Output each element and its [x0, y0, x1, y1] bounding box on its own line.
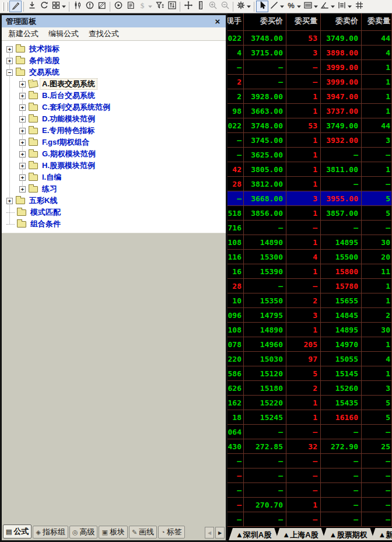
table-row[interactable]: 23928.0013947.001 — [228, 89, 392, 104]
expander-icon[interactable]: + — [6, 198, 13, 204]
tab-scroll-right-button[interactable]: ▶ — [215, 527, 225, 538]
table-header-cell[interactable]: 委卖价 — [321, 13, 362, 30]
expander-icon[interactable]: + — [19, 186, 26, 193]
table-row[interactable]: 430272.8532272.9025 — [228, 439, 392, 454]
zoom-in-button[interactable] — [206, 1, 219, 12]
toolbar-grip[interactable] — [2, 2, 4, 11]
report-button[interactable] — [124, 1, 136, 12]
dollar-button[interactable]: $ — [136, 1, 153, 12]
table-row[interactable]: 5183856.0013857.005 — [228, 206, 392, 221]
table-row[interactable]: —3745.0013932.003 — [228, 133, 392, 148]
panel-tab[interactable]: ◔标签 — [158, 526, 185, 538]
refresh-button[interactable] — [38, 1, 50, 12]
panel-tab[interactable]: ◈指标组 — [33, 526, 68, 538]
ruler-button[interactable] — [194, 1, 206, 12]
table-row[interactable]: 43715.0033898.004 — [228, 46, 392, 60]
table-row[interactable]: ————— — [228, 454, 392, 468]
caret-down-icon[interactable] — [297, 5, 301, 8]
caret-down-icon[interactable] — [280, 5, 284, 8]
sort-button[interactable] — [166, 1, 178, 12]
table-row[interactable]: ————— — [228, 468, 392, 483]
market-tab[interactable]: ▲股票期权 — [323, 528, 374, 540]
grid-button[interactable] — [353, 1, 365, 12]
layout-grid-button[interactable] — [50, 1, 67, 12]
table-header-cell[interactable]: 委买价 — [244, 13, 286, 30]
table-row[interactable]: 07814960205149701 — [228, 337, 392, 352]
cursor-button[interactable] — [256, 1, 268, 12]
expander-icon[interactable]: + — [19, 163, 26, 169]
market-tab[interactable]: ▲新加坡市场 — [371, 528, 392, 540]
menu-item[interactable]: 查找公式 — [89, 29, 119, 39]
table-row[interactable]: 586151205151451 — [228, 366, 392, 381]
tab-scroll-left-button[interactable]: ◀ — [205, 527, 214, 538]
zoom-out-button[interactable] — [219, 1, 231, 12]
expander-icon[interactable]: + — [19, 93, 26, 99]
tree-item[interactable]: +练习 — [2, 183, 226, 195]
tree-item[interactable]: +条件选股 — [2, 55, 226, 67]
table-row[interactable]: 18152451161605 — [228, 410, 392, 425]
table-row[interactable]: 0223748.00533749.0044 — [228, 118, 392, 133]
panel-tab[interactable]: ▣板块 — [99, 526, 127, 538]
table-row[interactable]: 423805.0013811.001 — [228, 162, 392, 177]
caret-down-icon[interactable] — [148, 5, 152, 8]
edit-button[interactable] — [96, 1, 108, 12]
expander-icon[interactable]: + — [19, 81, 26, 88]
expander-icon[interactable]: + — [6, 46, 13, 53]
table-row[interactable]: 0223748.00533749.0044 — [228, 31, 392, 46]
expander-icon[interactable]: + — [19, 174, 26, 181]
table-row[interactable]: 10153502156551 — [228, 293, 392, 308]
filter-button[interactable] — [153, 1, 166, 12]
panel-title-bar[interactable]: 管理面板 × — [2, 15, 226, 27]
tree-item[interactable]: +G.期权模块范例 — [2, 148, 226, 160]
tree-item[interactable]: −交易系统 — [2, 67, 226, 78]
percent-button[interactable]: % — [285, 1, 302, 12]
tree-item[interactable]: +H.股票模块范例 — [2, 160, 226, 172]
panel-tab[interactable]: ◎高级 — [69, 526, 98, 538]
table-row[interactable]: 096147953148452 — [228, 308, 392, 323]
caret-down-icon[interactable] — [247, 5, 251, 8]
table-row[interactable]: 1161530041550020 — [228, 250, 392, 264]
expander-icon[interactable]: − — [6, 69, 13, 76]
table-row[interactable]: 626151802152603 — [228, 381, 392, 396]
gear-button[interactable] — [235, 1, 252, 12]
line-tool-button[interactable] — [268, 1, 285, 12]
table-row[interactable]: ———3999.001 — [228, 60, 392, 75]
angle-button[interactable] — [319, 1, 336, 12]
table-row[interactable]: 983663.0013737.001 — [228, 104, 392, 118]
table-row[interactable]: 1081489011489530 — [228, 323, 392, 337]
panel-close-button[interactable]: × — [213, 17, 222, 26]
tree-item[interactable]: +C.套利交易系统范例 — [2, 102, 226, 113]
table-row[interactable]: 2——3999.001 — [228, 75, 392, 89]
table-header-cell[interactable]: 委买量 — [286, 13, 321, 30]
table-row[interactable]: ————— — [228, 512, 392, 527]
table-row[interactable]: 064———— — [228, 425, 392, 439]
barcode-button[interactable] — [302, 1, 319, 12]
table-row[interactable]: —3625.001—— — [228, 148, 392, 162]
panel-tab[interactable]: ✎画线 — [129, 526, 157, 538]
tree-item[interactable]: +五彩K线 — [2, 195, 226, 207]
tree-item[interactable]: 组合条件 — [2, 218, 226, 230]
candlestick-button[interactable] — [71, 1, 83, 12]
market-tab[interactable]: ▲深圳A股 — [229, 528, 278, 540]
table-row[interactable]: —3668.0033955.005 — [228, 191, 392, 206]
expander-icon[interactable]: + — [6, 58, 13, 64]
caret-down-icon[interactable] — [348, 5, 352, 8]
expander-icon[interactable]: + — [19, 151, 26, 158]
table-row[interactable]: 28——157801 — [228, 279, 392, 293]
caret-down-icon[interactable] — [314, 5, 318, 8]
play-circle-button[interactable] — [112, 1, 124, 12]
table-row[interactable]: 162152201154355 — [228, 396, 392, 410]
table-row[interactable]: 716———— — [228, 221, 392, 235]
download-button[interactable] — [26, 1, 38, 12]
table-row[interactable]: 161539011580011 — [228, 264, 392, 279]
caret-down-icon[interactable] — [331, 5, 335, 8]
tree-item[interactable]: 模式匹配 — [2, 207, 226, 218]
tree-item[interactable]: +D.功能模块范例 — [2, 113, 226, 125]
alert-circle-button[interactable] — [83, 1, 96, 12]
expander-icon[interactable]: + — [19, 139, 26, 146]
move-button[interactable] — [182, 1, 194, 12]
table-row[interactable]: 2201503097150554 — [228, 352, 392, 366]
tree-item[interactable]: +I.自编 — [2, 172, 226, 183]
tree-item[interactable]: +F.gsf期权组合 — [2, 137, 226, 148]
tree-item[interactable]: +B.后台交易系统 — [2, 90, 226, 102]
